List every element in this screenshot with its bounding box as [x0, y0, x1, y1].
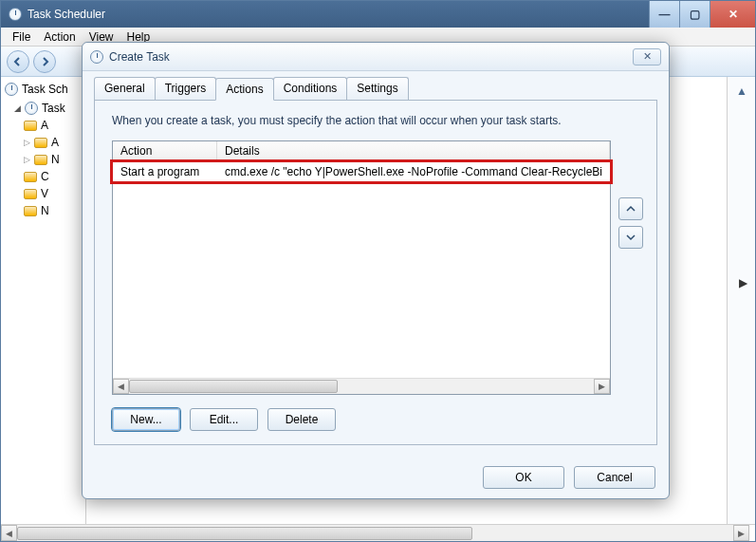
tab-general[interactable]: General: [94, 77, 156, 100]
tree-item[interactable]: ▷N: [24, 151, 82, 168]
app-icon: [9, 8, 22, 21]
folder-icon: [24, 189, 37, 199]
action-row[interactable]: Start a program cmd.exe /c "echo Y|Power…: [113, 162, 610, 181]
titlebar: Task Scheduler — ▢ ✕: [1, 1, 755, 28]
tree-library-label: Task: [42, 102, 65, 115]
expand-toggle-icon[interactable]: ▷: [24, 138, 30, 147]
folder-icon: [24, 172, 37, 182]
list-scroll-left[interactable]: ◀: [113, 379, 129, 394]
delete-button[interactable]: Delete: [267, 408, 336, 431]
tree-item-label: A: [41, 119, 48, 132]
menu-file[interactable]: File: [7, 28, 36, 46]
maximize-button[interactable]: ▢: [679, 1, 710, 28]
move-down-button[interactable]: [618, 226, 643, 249]
menu-action[interactable]: Action: [38, 28, 81, 46]
scroll-thumb[interactable]: [17, 527, 472, 540]
tree-root-label: Task Sch: [22, 83, 68, 96]
expand-toggle-icon[interactable]: ▷: [24, 155, 30, 164]
new-button[interactable]: New...: [112, 408, 180, 431]
nav-back-button[interactable]: [7, 50, 29, 73]
create-task-dialog: Create Task ✕ General Triggers Actions C…: [82, 42, 670, 499]
actions-list[interactable]: Action Details Start a program cmd.exe /…: [112, 140, 611, 395]
tree-item-label: A: [51, 136, 59, 149]
library-icon: [25, 102, 38, 115]
tree-item-label: N: [51, 153, 60, 166]
scroll-left-button[interactable]: ◀: [1, 525, 17, 541]
tab-triggers[interactable]: Triggers: [155, 77, 217, 100]
minimize-button[interactable]: —: [649, 1, 679, 28]
tab-pane-actions: When you create a task, you must specify…: [94, 100, 657, 445]
tree-item[interactable]: V: [24, 185, 82, 202]
close-button[interactable]: ✕: [710, 1, 755, 28]
nav-forward-button[interactable]: [33, 50, 56, 73]
tab-conditions[interactable]: Conditions: [273, 77, 348, 100]
tree-item-label: N: [41, 204, 49, 217]
folder-icon: [24, 206, 37, 216]
col-details[interactable]: Details: [217, 141, 610, 161]
tree-item[interactable]: ▷A: [24, 134, 82, 151]
scroll-right-button[interactable]: ▶: [733, 525, 749, 541]
collapse-toggle-icon[interactable]: ◢: [14, 103, 21, 113]
folder-icon: [34, 138, 47, 148]
tree-item-label: V: [41, 187, 48, 200]
arrow-right-icon: [40, 57, 49, 66]
tree-item[interactable]: C: [24, 168, 82, 185]
tab-actions[interactable]: Actions: [215, 78, 273, 101]
cancel-button[interactable]: Cancel: [574, 466, 655, 489]
folder-icon: [34, 155, 47, 165]
move-up-button[interactable]: [618, 197, 643, 220]
dialog-close-button[interactable]: ✕: [633, 48, 661, 65]
tree-pane: Task Sch ◢ Task A ▷A ▷N C V N: [1, 77, 86, 524]
row-details-cell: cmd.exe /c "echo Y|PowerShell.exe -NoPro…: [217, 163, 610, 180]
collapse-caret-icon[interactable]: ▲: [736, 84, 747, 98]
row-action-cell: Start a program: [113, 163, 217, 180]
actions-description: When you create a task, you must specify…: [112, 114, 639, 127]
bottom-scrollbar: ◀ ▶: [1, 524, 755, 541]
list-scroll-right[interactable]: ▶: [594, 379, 610, 394]
actions-pane: ▲ ▶: [727, 77, 755, 524]
main-window: Task Scheduler — ▢ ✕ File Action View He…: [0, 0, 756, 542]
dialog-titlebar: Create Task ✕: [83, 43, 669, 71]
dialog-icon: [90, 50, 103, 64]
tree-library[interactable]: ◢ Task: [14, 100, 82, 117]
tree-item[interactable]: A: [24, 117, 82, 134]
folder-icon: [24, 121, 37, 131]
expand-caret-icon[interactable]: ▶: [739, 276, 747, 290]
list-scrollbar[interactable]: ◀ ▶: [113, 378, 610, 394]
dialog-title: Create Task: [109, 50, 170, 64]
tree-item[interactable]: N: [24, 202, 82, 219]
edit-button[interactable]: Edit...: [190, 408, 258, 431]
scheduler-icon: [5, 83, 18, 96]
arrow-left-icon: [13, 57, 23, 66]
caret-down-icon: [626, 233, 636, 242]
tree-item-label: C: [41, 170, 49, 183]
window-title: Task Scheduler: [28, 8, 105, 21]
tab-settings[interactable]: Settings: [346, 77, 408, 100]
ok-button[interactable]: OK: [483, 466, 564, 489]
col-action[interactable]: Action: [113, 141, 217, 161]
dialog-tabs: General Triggers Actions Conditions Sett…: [94, 77, 657, 100]
caret-up-icon: [626, 204, 636, 214]
list-scroll-thumb[interactable]: [129, 380, 338, 393]
tree-root[interactable]: Task Sch: [5, 83, 82, 96]
scroll-track[interactable]: [17, 525, 733, 541]
